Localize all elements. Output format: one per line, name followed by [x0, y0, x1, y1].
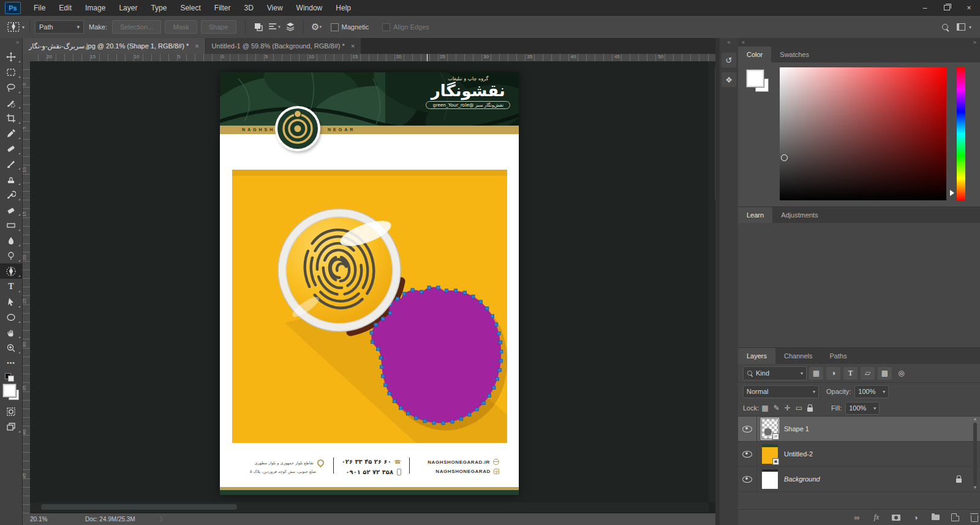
collapse-dock-icon[interactable]: «: [720, 38, 738, 48]
horizontal-scrollbar[interactable]: [30, 502, 709, 512]
collapse-panels-icon[interactable]: »: [973, 39, 976, 45]
tool-mode-select[interactable]: Path ▾: [35, 20, 84, 34]
layer-thumbnail[interactable]: [762, 469, 778, 489]
path-operations-button[interactable]: [251, 20, 266, 34]
layer-thumbnail[interactable]: ▱: [762, 419, 778, 439]
anchor-point[interactable]: [486, 307, 489, 310]
libraries-panel-icon[interactable]: ❖: [722, 72, 736, 87]
document-tab-active[interactable]: سربرگ-نقش-و-نگار.jpg @ 20.1% (Shape 1, R…: [23, 38, 205, 54]
foreground-color-swatch[interactable]: [747, 70, 764, 87]
edit-toolbar-button[interactable]: •••: [0, 355, 22, 371]
zoom-tool[interactable]: [0, 340, 22, 355]
zoom-level-field[interactable]: 20.1%: [30, 516, 67, 523]
layer-effects-icon[interactable]: fx: [871, 512, 882, 523]
tab-adjustments[interactable]: Adjustments: [772, 207, 827, 223]
anchor-point[interactable]: [411, 289, 414, 292]
anchor-point[interactable]: [499, 350, 502, 353]
anchor-point[interactable]: [492, 386, 496, 389]
menu-view[interactable]: View: [260, 0, 290, 16]
add-layer-mask-icon[interactable]: [891, 512, 902, 523]
layer-name[interactable]: Background: [784, 475, 820, 483]
type-tool[interactable]: T: [0, 279, 22, 294]
anchor-point[interactable]: [482, 401, 485, 404]
menu-image[interactable]: Image: [78, 0, 112, 16]
fill-field[interactable]: 100% ▾: [845, 402, 880, 415]
dodge-tool[interactable]: [0, 248, 22, 263]
blur-tool[interactable]: [0, 233, 22, 248]
anchor-point[interactable]: [432, 421, 435, 424]
eyedropper-tool[interactable]: [0, 126, 22, 141]
menu-layer[interactable]: Layer: [112, 0, 144, 16]
adjustment-layer-icon[interactable]: ◑: [910, 512, 921, 523]
anchor-point[interactable]: [380, 365, 383, 368]
visibility-cell[interactable]: [738, 417, 757, 441]
magnetic-checkbox[interactable]: [331, 23, 339, 31]
quick-selection-tool[interactable]: [0, 95, 22, 110]
path-selection-tool[interactable]: [0, 294, 22, 309]
anchor-point[interactable]: [459, 417, 462, 420]
filter-kind-select[interactable]: Kind ▾: [743, 366, 807, 380]
anchor-point[interactable]: [498, 368, 501, 371]
menu-filter[interactable]: Filter: [208, 0, 238, 16]
vertical-scrollbar[interactable]: [709, 61, 715, 502]
tool-preset-picker[interactable]: ▾: [7, 22, 24, 32]
anchor-point[interactable]: [437, 286, 440, 289]
history-panel-icon[interactable]: ↺: [722, 53, 736, 67]
eye-icon[interactable]: [742, 476, 752, 483]
anchor-point[interactable]: [479, 300, 482, 303]
menu-help[interactable]: Help: [329, 0, 358, 16]
filter-toggle-icon[interactable]: ◎: [894, 367, 908, 380]
scroll-track[interactable]: [973, 423, 977, 485]
expand-panels-icon[interactable]: «: [742, 39, 745, 45]
lock-transparency-icon[interactable]: ▦: [761, 404, 768, 412]
hand-tool[interactable]: [0, 325, 22, 340]
menu-3d[interactable]: 3D: [237, 0, 260, 16]
anchor-point[interactable]: [428, 286, 431, 289]
filter-adjustment-layers-icon[interactable]: ◑: [826, 366, 841, 380]
ellipse-shape-tool[interactable]: [0, 309, 22, 325]
eye-icon[interactable]: [742, 451, 752, 458]
document-artboard[interactable]: گروه چاپ و تبلیغات نقشونگار نقش‌ونگار سب…: [220, 72, 519, 495]
anchor-point[interactable]: [420, 290, 423, 293]
anchor-point[interactable]: [396, 297, 399, 300]
history-brush-tool[interactable]: [0, 187, 22, 202]
close-tab-icon[interactable]: ×: [195, 42, 198, 50]
eye-icon[interactable]: [742, 426, 752, 432]
anchor-point[interactable]: [393, 399, 396, 402]
layer-thumbnail[interactable]: ▣: [762, 444, 778, 464]
anchor-point[interactable]: [415, 417, 418, 420]
menu-window[interactable]: Window: [290, 0, 330, 16]
quick-mask-button[interactable]: [0, 404, 22, 419]
close-button[interactable]: ×: [958, 0, 980, 15]
menu-select[interactable]: Select: [173, 0, 207, 16]
color-picker-marker[interactable]: [781, 154, 788, 161]
delete-layer-icon[interactable]: [969, 512, 980, 523]
anchor-point[interactable]: [370, 331, 373, 334]
anchor-point[interactable]: [451, 420, 454, 423]
anchor-point[interactable]: [381, 317, 384, 320]
anchor-point[interactable]: [499, 341, 502, 344]
document-tab-inactive[interactable]: Untitled-1 @ 59.8% (Background, RGB/8#) …: [205, 38, 361, 54]
path-arrangement-button[interactable]: [282, 20, 298, 34]
close-tab-icon[interactable]: ×: [351, 42, 355, 50]
rectangular-marquee-tool[interactable]: [0, 64, 22, 80]
scroll-up-icon[interactable]: ▲: [971, 417, 979, 423]
screen-mode-button[interactable]: [0, 419, 22, 434]
anchor-point[interactable]: [468, 413, 471, 416]
layer-name[interactable]: Shape 1: [784, 425, 809, 432]
lock-artboard-icon[interactable]: ▭: [796, 404, 802, 412]
tab-channels[interactable]: Channels: [775, 348, 821, 364]
brush-tool[interactable]: [0, 156, 22, 172]
tab-swatches[interactable]: Swatches: [771, 47, 818, 62]
opacity-field[interactable]: 100% ▾: [854, 385, 889, 398]
anchor-point[interactable]: [377, 347, 380, 350]
anchor-point[interactable]: [499, 359, 502, 362]
anchor-point[interactable]: [491, 314, 494, 317]
anchor-point[interactable]: [488, 394, 491, 397]
foreground-background-colors[interactable]: [3, 384, 19, 400]
filter-shape-layers-icon[interactable]: ▱: [860, 366, 875, 380]
visibility-cell[interactable]: [738, 467, 757, 491]
magnetic-option[interactable]: Magnetic: [331, 23, 369, 31]
new-group-icon[interactable]: [930, 512, 941, 523]
anchor-point[interactable]: [497, 331, 500, 334]
